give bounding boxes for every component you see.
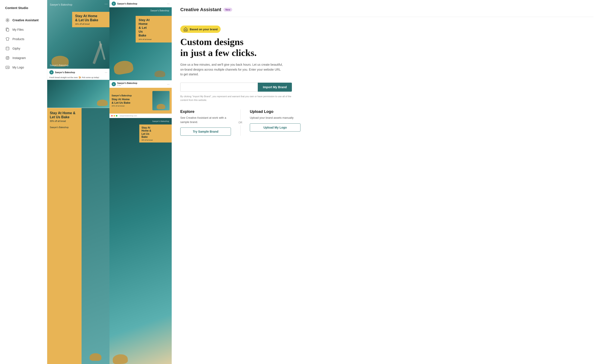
explore-title: Explore — [180, 109, 231, 114]
new-badge: New — [223, 8, 232, 11]
upload-logo-title: Upload Logo — [250, 109, 301, 114]
preview-card-big-teal: S Sawyer's Bakeshop ··· — [109, 0, 172, 80]
social-shop-name-1: Sawyer's Bakeshop — [55, 71, 75, 74]
social-shop-name-3: Sawyer's Bakeshop — [117, 82, 137, 84]
upload-logo-section: Upload Logo Upload your brand assets man… — [245, 109, 301, 136]
preview-card-website: sawyersbakeshop.com Sawyer's Bakeshop St… — [109, 114, 172, 364]
sidebar-item-my-files[interactable]: My Files — [0, 25, 47, 34]
sidebar-item-label-creative-assistant: Creative Assistant — [12, 19, 39, 22]
brand-badge-text: Based on your brand — [190, 28, 218, 31]
preview-card-social-1: S Sawyer's Bakeshop ··· Fresh bread stra… — [47, 69, 109, 108]
svg-point-14 — [8, 57, 9, 57]
browser-dot-green — [116, 115, 118, 117]
social-caption-1: Fresh bread straight out the oven 🍞. Pic… — [47, 76, 109, 80]
social-avatar-1: S — [49, 70, 54, 75]
brand-badge: Based on your brand — [180, 26, 221, 33]
sidebar: Content Studio Creative Assistant — [0, 0, 47, 364]
tshirt-icon — [5, 37, 10, 42]
sidebar-item-label-products: Products — [12, 37, 24, 41]
upload-logo-description: Upload your brand assets manually — [250, 116, 301, 120]
card-dots-4[interactable]: ··· — [167, 2, 170, 5]
upload-my-logo-button[interactable]: Upload My Logo — [250, 123, 301, 132]
main-content: Sawyer's Bakeshop Stay At Home& Let Us B… — [47, 0, 602, 364]
social-avatar-2: S — [112, 1, 116, 6]
panel-title: Creative Assistant — [180, 7, 221, 12]
browser-dot-yellow — [114, 115, 115, 117]
import-my-brand-button[interactable]: Import My Brand — [258, 83, 292, 92]
social-time-3: 3 hrs — [117, 84, 137, 86]
svg-point-0 — [7, 20, 8, 21]
svg-rect-11 — [6, 47, 9, 50]
main-headline: Custom designs in just a few clicks. — [180, 37, 593, 58]
svg-line-8 — [6, 21, 7, 22]
preview-card-yellow-bottom: ··· Stay At Home &Let Us Bake 30% off al… — [47, 108, 109, 364]
sidebar-item-products[interactable]: Products — [0, 34, 47, 43]
explore-left: Explore See Creative Assistant at work w… — [180, 109, 236, 136]
try-sample-brand-button[interactable]: Try Sample Brand — [180, 128, 231, 136]
preview-website-subtext: 30% off all bread — [141, 139, 170, 141]
house-icon — [183, 27, 188, 32]
url-row: Import My Brand — [180, 83, 292, 92]
preview-website-shop: Sawyer's Bakeshop — [152, 120, 169, 122]
explore-description: See Creative Assistant at work with a sa… — [180, 116, 231, 124]
creative-assistant-header: Creative Assistant New — [180, 7, 593, 17]
explore-section: Explore See Creative Assistant at work w… — [180, 109, 301, 136]
social-shop-name-2: Sawyer's Bakeshop — [117, 3, 137, 5]
sidebar-item-instagram[interactable]: Instagram — [0, 54, 47, 63]
preview-card-social-2: S Sawyer's Bakeshop 3 hrs ··· Sawyer's B… — [109, 80, 172, 114]
svg-point-13 — [7, 57, 8, 59]
sidebar-item-my-logo[interactable]: My Logo — [0, 63, 47, 72]
or-text: OR — [238, 120, 242, 125]
preview-website-headline: Stay AtHome &Let UsBake — [141, 126, 170, 139]
right-panel: Creative Assistant New Based on your bra… — [172, 0, 602, 364]
logo-icon — [5, 65, 10, 70]
files-icon — [5, 27, 10, 32]
sidebar-title: Content Studio — [0, 6, 47, 16]
svg-rect-10 — [7, 29, 9, 31]
browser-url: sawyersbakeshop.com — [119, 115, 137, 117]
url-input[interactable] — [180, 83, 258, 92]
preview-card-teal-large: Sawyer's Bakeshop Stay At Home& Let Us B… — [47, 0, 109, 69]
ad-headline: Stay At Home& Let Us Bake — [112, 98, 152, 104]
preview-shop-name-bottom-left: Sawyer's Bakeshop — [50, 64, 69, 66]
preview-shop-name-big-teal: Sawyer's Bakeshop — [150, 10, 169, 12]
instagram-icon — [5, 56, 10, 60]
sidebar-nav: Creative Assistant My Files Products — [0, 16, 47, 72]
preview-headline-big-teal: Stay AtHome& LetUsBake — [139, 18, 169, 37]
sidebar-item-creative-assistant[interactable]: Creative Assistant — [0, 16, 47, 25]
sparkle-icon — [5, 18, 10, 22]
sidebar-item-label-instagram: Instagram — [12, 56, 26, 60]
sidebar-item-label-my-files: My Files — [12, 28, 24, 31]
sidebar-item-giphy[interactable]: Giphy — [0, 44, 47, 53]
card-dots-2[interactable]: ··· — [105, 71, 107, 74]
social-avatar-3: S — [112, 82, 116, 86]
disclaimer-text: By clicking “Import My Brand”, you repre… — [180, 95, 292, 102]
svg-line-7 — [8, 19, 9, 20]
giphy-icon — [5, 46, 10, 51]
svg-line-5 — [6, 19, 7, 20]
ad-subtext: 30% off all bread — [112, 105, 152, 107]
card-dots-5[interactable]: ··· — [167, 82, 170, 86]
preview-subtext-left: 30% off all bread — [75, 23, 107, 25]
sidebar-item-label-giphy: Giphy — [12, 47, 20, 50]
description-text: Give us a few minutes, and we'll give yo… — [180, 62, 283, 77]
sidebar-item-label-my-logo: My Logo — [12, 66, 24, 69]
preview-shop-name-left: Sawyer's Bakeshop — [50, 3, 72, 6]
svg-line-6 — [8, 21, 9, 22]
ad-shop-name: Sawyer's Bakeshop — [112, 95, 152, 97]
preview-panel: Sawyer's Bakeshop Stay At Home& Let Us B… — [47, 0, 172, 364]
preview-subtext-big-teal: 30% off all bread — [139, 38, 169, 40]
preview-headline-left: Stay At Home& Let Us Bake — [75, 14, 107, 22]
card-dots-1[interactable]: ··· — [105, 2, 108, 6]
browser-dot-red — [111, 115, 113, 117]
